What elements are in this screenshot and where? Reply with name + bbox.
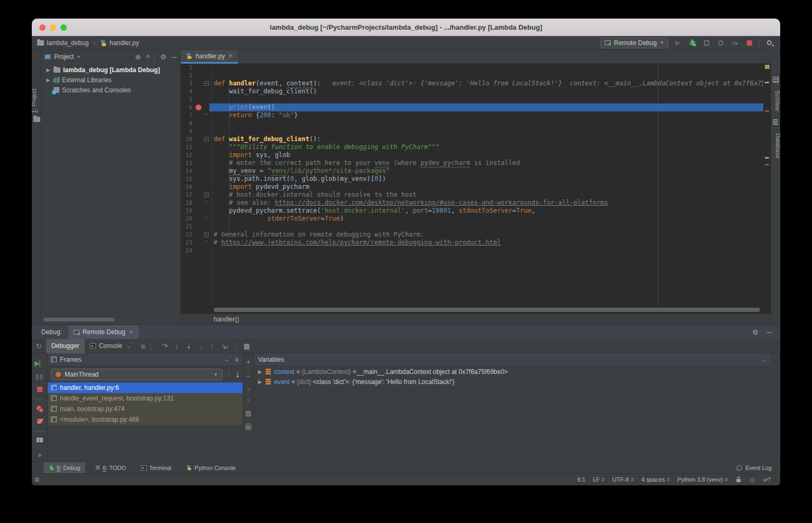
- code-line-9[interactable]: 9: [181, 127, 763, 135]
- tool-button-sciview[interactable]: SciView: [775, 91, 780, 111]
- resume-icon[interactable]: ▶▏: [34, 360, 44, 367]
- duplicate-watch-icon[interactable]: ▤: [245, 409, 251, 417]
- expand-arrow-icon[interactable]: ▶: [46, 67, 51, 73]
- step-over-icon[interactable]: ↷: [162, 342, 167, 350]
- gear-icon[interactable]: ⚙: [160, 53, 166, 61]
- hide-panel-icon[interactable]: ─: [172, 53, 176, 61]
- lock-icon[interactable]: [736, 476, 742, 483]
- breakpoint-dot[interactable]: [196, 104, 201, 110]
- code-line-8[interactable]: 8: [181, 119, 763, 127]
- rerun-icon[interactable]: ↻: [36, 342, 42, 350]
- collapse-all-icon[interactable]: »: [144, 55, 152, 58]
- code-line-23[interactable]: 23⌃# https://www.jetbrains.com/help/pych…: [181, 239, 763, 247]
- event-log-button[interactable]: Event Log: [737, 465, 780, 471]
- variable-row[interactable]: ▶context = {LambdaContext} <__main__.Lam…: [254, 367, 771, 377]
- restore-layout-icon[interactable]: [37, 438, 43, 442]
- frame-row[interactable]: <module>, bootstrap.py:486: [48, 414, 243, 425]
- move-up-icon[interactable]: ▲: [246, 386, 251, 391]
- code-line-1[interactable]: 1: [181, 64, 763, 72]
- view-breakpoints-icon[interactable]: [37, 406, 43, 412]
- pin-icon[interactable]: →: [126, 343, 131, 349]
- code-line-20[interactable]: 20⌃ stderrToServer=True): [181, 215, 763, 223]
- tree-item[interactable]: Scratches and Consoles: [41, 85, 180, 95]
- gear-icon[interactable]: ⚙: [752, 328, 758, 336]
- run-to-cursor-icon[interactable]: ↘I: [221, 342, 228, 350]
- move-down-icon[interactable]: ▼: [246, 398, 251, 403]
- project-panel-title[interactable]: Project: [54, 53, 74, 60]
- run-button[interactable]: ▶: [673, 38, 683, 48]
- tool-button-project[interactable]: 1: Project: [32, 89, 37, 113]
- pin-icon[interactable]: →: [224, 356, 230, 363]
- expand-arrow-icon[interactable]: ▶: [46, 77, 51, 83]
- zoom-window-button[interactable]: [60, 24, 67, 31]
- step-out-icon[interactable]: ↑: [210, 342, 214, 350]
- code-line-24[interactable]: 24: [181, 247, 763, 255]
- tab-debugger[interactable]: Debugger: [46, 339, 85, 353]
- project-horizontal-scrollbar[interactable]: [43, 318, 114, 321]
- minimize-window-button[interactable]: [50, 24, 56, 31]
- fold-collapse-icon[interactable]: −: [204, 193, 209, 197]
- editor-horizontal-scrollbar[interactable]: [214, 308, 760, 312]
- tree-item[interactable]: ▶lambda_debug [Lambda Debug]: [41, 65, 180, 75]
- close-icon[interactable]: ✕: [128, 329, 133, 336]
- code-line-15[interactable]: 15 sys.path.insert(0, glob.glob(my_venv)…: [181, 175, 763, 183]
- fold-collapse-icon[interactable]: −: [204, 81, 209, 86]
- fold-collapse-icon[interactable]: −: [204, 232, 209, 237]
- highlighting-level-icon[interactable]: ☺: [749, 476, 756, 484]
- search-everywhere-icon[interactable]: [764, 38, 774, 48]
- step-into-my-code-icon[interactable]: ⇣: [186, 342, 192, 350]
- pin-icon[interactable]: →: [761, 356, 766, 363]
- code-line-21[interactable]: 21: [181, 223, 763, 231]
- fold-end-icon[interactable]: ⌃: [204, 201, 209, 205]
- editor-breadcrumbs[interactable]: handler(): [181, 313, 771, 325]
- show-watches-toggle-icon[interactable]: ∞: [245, 423, 252, 431]
- tab-console[interactable]: ▸ Console →: [85, 339, 137, 353]
- code-line-2[interactable]: 2: [181, 72, 763, 80]
- thread-selector[interactable]: MainThread ▼: [51, 369, 223, 380]
- fold-collapse-icon[interactable]: −: [204, 137, 209, 142]
- pause-icon[interactable]: ▮▮: [36, 373, 43, 380]
- add-watch-icon[interactable]: +: [246, 359, 250, 366]
- code-line-11[interactable]: 11 """Utility function to enable debuggi…: [181, 143, 763, 151]
- locate-file-icon[interactable]: ⊕: [135, 53, 141, 61]
- tool-window-button-terminal[interactable]: ▸Terminal: [136, 462, 176, 474]
- variable-row[interactable]: ▶event = {dict} <class 'dict'>: {'messag…: [254, 377, 771, 387]
- evaluate-expression-icon[interactable]: ▦: [243, 342, 250, 350]
- coverage-button[interactable]: [702, 38, 711, 48]
- toolwindow-toggle-icon[interactable]: ⧉: [35, 476, 39, 483]
- frame-row[interactable]: handle_event_request, bootstrap.py:131: [48, 393, 243, 404]
- close-window-button[interactable]: [39, 24, 46, 31]
- debug-button[interactable]: [687, 38, 697, 48]
- fold-end-icon[interactable]: ⌃: [204, 216, 209, 221]
- tree-item[interactable]: ▶External Libraries: [41, 75, 180, 85]
- menu-icon[interactable]: ≡: [235, 356, 239, 363]
- debug-session-tab[interactable]: Remote Debug ✕: [68, 325, 139, 339]
- code-line-7[interactable]: 7⌃ return {200: "ok"}: [181, 111, 763, 119]
- code-line-18[interactable]: 18⌃ # see also: https://docs.docker.com/…: [181, 199, 763, 207]
- expand-arrow-icon[interactable]: ▶: [258, 369, 262, 374]
- breadcrumb-file[interactable]: handler.py: [110, 39, 139, 47]
- next-frame-icon[interactable]: ↓: [235, 370, 240, 379]
- previous-frame-icon[interactable]: ↑: [227, 370, 231, 379]
- editor-error-stripe[interactable]: [763, 64, 771, 307]
- stop-icon[interactable]: [37, 386, 42, 394]
- expand-arrow-icon[interactable]: ▶: [258, 379, 262, 385]
- code-line-12[interactable]: 12 import sys, glob: [181, 151, 763, 159]
- hide-panel-icon[interactable]: ─: [767, 328, 772, 336]
- code-line-5[interactable]: 5: [181, 95, 763, 103]
- code-line-14[interactable]: 14 my_venv = "venv/lib/python*/site-pack…: [181, 167, 763, 175]
- caret-position[interactable]: 6:1: [577, 476, 585, 483]
- code-editor[interactable]: 123−def handler(event, context): event: …: [181, 64, 763, 307]
- mute-breakpoints-icon[interactable]: [37, 418, 42, 425]
- indent-style[interactable]: 4 spaces⇵: [641, 476, 670, 483]
- more-actions-icon[interactable]: »: [38, 451, 41, 459]
- fold-end-icon[interactable]: ⌃: [204, 240, 209, 245]
- breadcrumb-scope[interactable]: handler(): [214, 316, 239, 323]
- force-step-into-icon[interactable]: ↓: [199, 342, 203, 350]
- tool-window-button----todo[interactable]: ≣6: TODO: [91, 462, 131, 474]
- remove-watch-icon[interactable]: −: [246, 372, 250, 380]
- close-icon[interactable]: ✕: [228, 53, 233, 59]
- run-with-options-button[interactable]: ≡▸: [730, 38, 740, 48]
- profiler-button[interactable]: [716, 38, 726, 48]
- code-line-10[interactable]: 10−def wait_for_debug_client():: [181, 135, 763, 143]
